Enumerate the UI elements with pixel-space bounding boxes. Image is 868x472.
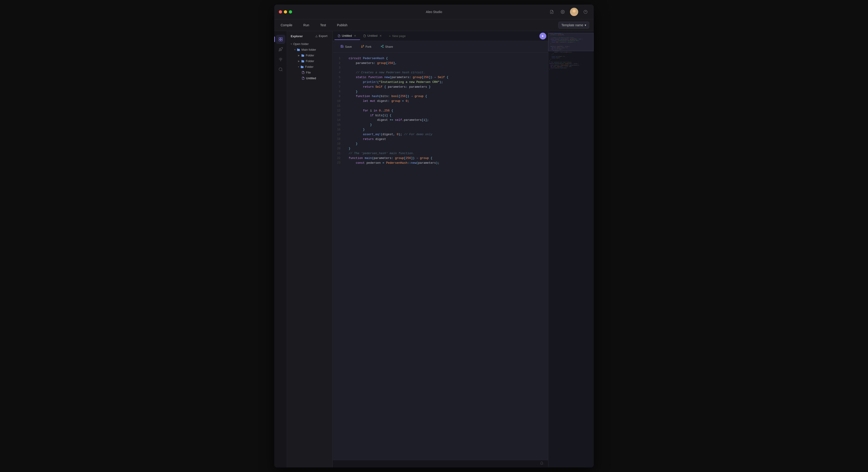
line-num-15: 15 (333, 123, 340, 127)
tab-untitled-2[interactable]: Untitled ✕ (360, 32, 385, 40)
menubar: Compile Run Test Publish Template name ▾ (274, 20, 594, 31)
notification-bell[interactable] (540, 462, 544, 466)
sidebar-item-deploy[interactable] (276, 45, 285, 54)
folder-3[interactable]: ▾ Folder (287, 64, 333, 70)
export-label: Export (319, 34, 328, 38)
line-num-8: 8 (333, 90, 340, 94)
chevron-right-icon: ▾ (291, 43, 292, 45)
play-icon (541, 35, 544, 37)
fork-button[interactable]: Fork (358, 43, 375, 50)
app-window: Aleo Studio (274, 5, 594, 467)
new-file-icon (550, 10, 554, 14)
menu-compile[interactable]: Compile (279, 22, 294, 28)
line-num-11: 11 (333, 104, 340, 109)
code-editor: 1 2 3 4 5 6 7 8 9 10 11 12 13 14 15 16 1 (333, 53, 548, 460)
line-num-5: 5 (333, 75, 340, 80)
tab-untitled-1[interactable]: Untitled ✕ (335, 32, 360, 40)
editor-area: Untitled ✕ Untitled ✕ ＋ New page (333, 31, 548, 467)
settings-button[interactable] (559, 8, 566, 16)
line-num-23: 23 (333, 161, 340, 166)
help-button[interactable] (582, 8, 589, 16)
open-folder-button[interactable]: ▾ Open folder (287, 41, 333, 47)
open-folder-label: Open folder (293, 42, 309, 46)
svg-point-18 (363, 45, 364, 46)
svg-line-24 (382, 46, 383, 46)
line-num-22: 22 (333, 156, 340, 161)
settings-icon (561, 10, 565, 14)
menu-test[interactable]: Test (318, 22, 328, 28)
svg-point-13 (279, 68, 282, 71)
untitled-file-name: Untitled (306, 77, 316, 80)
template-selector[interactable]: Template name ▾ (558, 22, 589, 29)
svg-point-19 (361, 47, 362, 48)
fork-icon (361, 45, 364, 49)
editor-toolbar: Save Fork Share (333, 41, 548, 53)
line-num-18: 18 (333, 137, 340, 142)
main-content: Explorer Export ▾ Open folder ▾ Main fol (274, 31, 594, 467)
svg-marker-16 (542, 35, 544, 37)
main-folder-label: Main folder (302, 48, 316, 51)
share-icon (381, 45, 384, 49)
maximize-button[interactable] (289, 10, 292, 13)
search-icon (278, 67, 283, 72)
sidebar-item-debug[interactable] (276, 55, 285, 64)
save-button[interactable]: Save (337, 43, 355, 50)
file-name: File (306, 71, 311, 74)
explorer-header: Explorer Export (287, 31, 333, 41)
tab-2-close[interactable]: ✕ (379, 34, 382, 38)
rocket-icon (278, 47, 283, 52)
folder-2-label: Folder (306, 59, 314, 63)
new-file-button[interactable] (548, 8, 555, 16)
menu-run[interactable]: Run (302, 22, 311, 28)
help-icon (584, 10, 588, 14)
explorer-icon (278, 37, 283, 41)
sidebar-item-explorer[interactable] (276, 35, 285, 44)
line-num-9: 9 (333, 94, 340, 99)
line-num-13: 13 (333, 113, 340, 118)
share-button[interactable]: Share (377, 43, 396, 50)
close-button[interactable] (279, 10, 282, 13)
folder-icon (297, 48, 300, 51)
save-icon (340, 45, 344, 49)
avatar-svg (570, 8, 578, 16)
main-folder[interactable]: ▾ Main folder (287, 47, 333, 53)
tab-1-close[interactable]: ✕ (353, 34, 357, 38)
code-content[interactable]: circuit PedersenHash { parameters: group… (344, 53, 548, 460)
export-button[interactable]: Export (314, 34, 329, 38)
folder-1-label: Folder (306, 54, 314, 57)
folder-2-arrow: ▶ (298, 60, 300, 62)
tab-1-label: Untitled (342, 34, 352, 37)
line-num-4: 4 (333, 70, 340, 75)
minimap-viewport[interactable] (548, 33, 594, 51)
menu-publish[interactable]: Publish (335, 22, 349, 28)
svg-line-14 (281, 70, 282, 71)
explorer-panel: Explorer Export ▾ Open folder ▾ Main fol (287, 31, 333, 467)
sidebar-item-search[interactable] (276, 65, 285, 74)
svg-rect-8 (279, 38, 280, 39)
play-button[interactable] (539, 33, 546, 39)
minimize-button[interactable] (284, 10, 287, 13)
line-num-10: 10 (333, 99, 340, 104)
debug-icon (278, 57, 283, 62)
untitled-file[interactable]: Untitled (287, 76, 333, 81)
folder-1[interactable]: ▶ Folder (287, 53, 333, 58)
save-svg-icon (340, 45, 344, 48)
file-item[interactable]: File (287, 70, 333, 76)
line-num-20: 20 (333, 146, 340, 151)
line-num-14: 14 (333, 118, 340, 123)
svg-point-22 (382, 47, 383, 48)
line-num-1: 1 (333, 56, 340, 61)
svg-point-4 (572, 9, 576, 12)
share-label: Share (385, 45, 393, 49)
svg-rect-11 (281, 39, 282, 41)
bell-icon (540, 462, 544, 465)
traffic-lights (279, 10, 292, 13)
avatar[interactable] (570, 8, 578, 16)
folder-3-arrow: ▾ (298, 65, 299, 68)
folder-2[interactable]: ▶ Folder (287, 58, 333, 64)
main-folder-arrow: ▾ (294, 49, 296, 51)
line-num-6: 6 (333, 80, 340, 85)
titlebar-actions (548, 8, 589, 16)
new-tab-button[interactable]: ＋ New page (385, 33, 408, 39)
folder-3-icon (301, 65, 304, 68)
